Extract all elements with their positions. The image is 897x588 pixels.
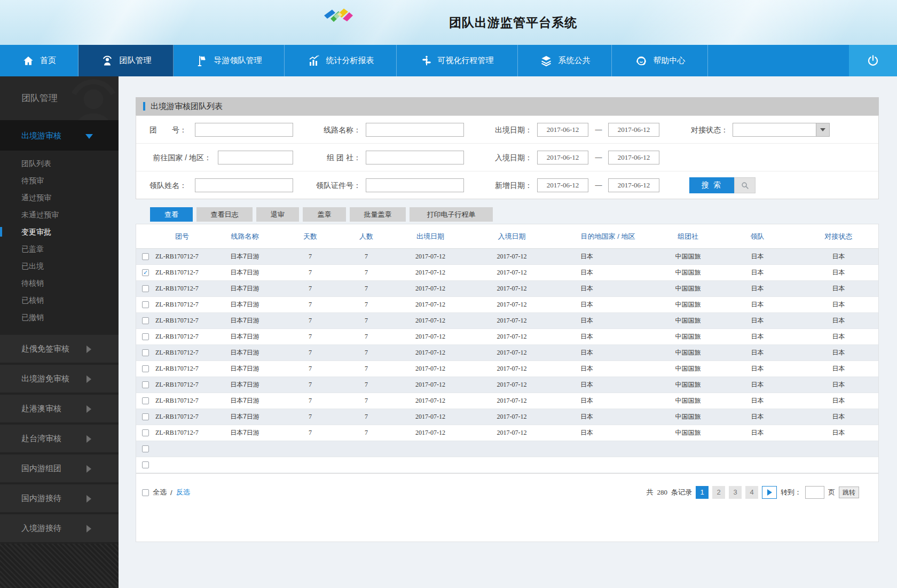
cell: 2017-07-12 xyxy=(393,429,468,437)
action-button[interactable]: 盖章 xyxy=(303,207,346,222)
cell: ZL-RB170712-7 xyxy=(155,253,209,261)
sidebar-groups: 赴俄免签审核出境游免审核赴港澳审核赴台湾审核国内游组团国内游接待入境游接待 xyxy=(0,326,119,542)
entry-date-to-input[interactable] xyxy=(608,151,659,164)
select-all-label[interactable]: 全选 xyxy=(153,488,167,497)
logout-power-button[interactable] xyxy=(849,45,897,76)
row-checkbox[interactable] xyxy=(142,429,149,436)
row-checkbox[interactable] xyxy=(142,461,149,468)
agency-input[interactable] xyxy=(366,151,464,164)
cell: 日本 xyxy=(556,428,660,437)
row-checkbox[interactable] xyxy=(142,365,149,372)
sidebar-item[interactable]: 待预审 xyxy=(0,172,119,189)
invert-selection-link[interactable]: 反选 xyxy=(176,488,190,497)
cell: 日本 xyxy=(556,284,660,293)
nav-tab-label: 团队管理 xyxy=(120,56,152,66)
nav-tab-layers[interactable]: 系统公共 xyxy=(518,45,612,76)
row-checkbox[interactable] xyxy=(142,269,149,276)
row-checkbox[interactable] xyxy=(142,413,149,420)
cell: 中国国旅 xyxy=(660,396,716,405)
next-page-button[interactable] xyxy=(762,486,777,499)
team-no-input[interactable] xyxy=(195,123,293,137)
chevron-right-icon xyxy=(86,525,91,532)
cell: 2017-07-12 xyxy=(468,397,556,405)
row-checkbox[interactable] xyxy=(142,317,149,324)
leader-id-input[interactable] xyxy=(366,178,464,192)
nav-tab-chart[interactable]: 统计分析报表 xyxy=(285,45,397,76)
route-name-input[interactable] xyxy=(366,123,464,137)
action-button[interactable]: 查看 xyxy=(150,207,193,222)
team-no-label: 团 号： xyxy=(131,116,187,144)
sidebar-item[interactable]: 团队列表 xyxy=(0,155,119,172)
row-checkbox[interactable] xyxy=(142,301,149,308)
sidebar-group[interactable]: 国内游组团 xyxy=(0,454,119,482)
sidebar-group[interactable]: 赴港澳审核 xyxy=(0,395,119,422)
jump-button[interactable]: 跳转 xyxy=(839,487,859,498)
entry-date-label: 入境日期： xyxy=(467,144,532,171)
leader-name-input[interactable] xyxy=(195,178,293,192)
depart-date-from-input[interactable] xyxy=(537,123,588,137)
search-icon[interactable] xyxy=(734,177,756,193)
sidebar-item[interactable]: 未通过预审 xyxy=(0,206,119,223)
nav-tab-route[interactable]: 可视化行程管理 xyxy=(397,45,518,76)
row-checkbox[interactable] xyxy=(142,381,149,388)
page-button[interactable]: 1 xyxy=(696,486,709,499)
cell: 日本 xyxy=(799,284,878,293)
goto-page-input[interactable] xyxy=(805,486,824,499)
page-button[interactable]: 3 xyxy=(729,486,742,499)
sidebar-item[interactable]: 待核销 xyxy=(0,275,119,292)
team-table: 团号线路名称天数人数出境日期入境日期目的地国家 / 地区组团社领队对接状态 ZL… xyxy=(136,224,879,542)
sidebar-group[interactable]: 赴台湾审核 xyxy=(0,425,119,452)
added-date-to-input[interactable] xyxy=(608,178,659,192)
row-checkbox[interactable] xyxy=(142,285,149,292)
sidebar-group-outbound-audit[interactable]: 出境游审核 xyxy=(0,120,119,151)
cell: 2017-07-12 xyxy=(468,381,556,389)
nav-tab-flag[interactable]: 导游领队管理 xyxy=(174,45,285,76)
select-dropdown-button[interactable] xyxy=(816,123,829,136)
nav-tab-home[interactable]: 首页 xyxy=(0,45,78,76)
action-button[interactable]: 批量盖章 xyxy=(350,207,406,222)
cell: ZL-RB170712-7 xyxy=(155,381,209,389)
action-button[interactable]: 退审 xyxy=(256,207,299,222)
cell: 日本 xyxy=(716,252,799,261)
page-button[interactable]: 4 xyxy=(745,486,758,499)
sidebar-item[interactable]: 通过预审 xyxy=(0,189,119,206)
sidebar-group-label: 国内游接待 xyxy=(21,484,61,512)
row-checkbox-cell xyxy=(136,253,155,260)
row-checkbox[interactable] xyxy=(142,253,149,260)
cell: 2017-07-12 xyxy=(468,349,556,357)
sidebar-item[interactable]: 已撤销 xyxy=(0,309,119,326)
row-checkbox[interactable] xyxy=(142,445,149,452)
action-button[interactable]: 查看日志 xyxy=(196,207,253,222)
chevron-right-icon xyxy=(86,495,91,503)
table-row: ZL-RB170712-7日本7日游772017-07-122017-07-12… xyxy=(136,393,878,409)
cell: 7 xyxy=(340,285,393,293)
row-checkbox[interactable] xyxy=(142,349,149,356)
sidebar-item[interactable]: 已核销 xyxy=(0,292,119,309)
footer-select-controls: 全选 / 反选 xyxy=(142,486,190,499)
cell: 2017-07-12 xyxy=(393,381,468,389)
search-button[interactable]: 搜 索 xyxy=(689,177,734,193)
action-button[interactable]: 打印电子行程单 xyxy=(410,207,493,222)
chevron-right-icon xyxy=(86,375,91,383)
select-all-checkbox[interactable] xyxy=(142,489,149,496)
added-date-from-input[interactable] xyxy=(537,178,588,192)
row-checkbox[interactable] xyxy=(142,333,149,340)
cell: 2017-07-12 xyxy=(393,397,468,405)
sidebar-item[interactable]: 已盖章 xyxy=(0,240,119,257)
sidebar-item[interactable]: 已出境 xyxy=(0,257,119,275)
nav-tab-team[interactable]: 团队管理 xyxy=(78,45,174,76)
cell: 7 xyxy=(340,365,393,373)
page-button[interactable]: 2 xyxy=(712,486,725,499)
cell: 日本 xyxy=(716,300,799,309)
entry-date-from-input[interactable] xyxy=(537,151,588,164)
sidebar-group[interactable]: 出境游免审核 xyxy=(0,365,119,393)
connect-status-select[interactable] xyxy=(733,123,830,137)
row-checkbox[interactable] xyxy=(142,397,149,404)
sidebar-group[interactable]: 入境游接待 xyxy=(0,514,119,542)
sidebar-group[interactable]: 国内游接待 xyxy=(0,484,119,512)
destination-country-input[interactable] xyxy=(218,151,293,164)
depart-date-to-input[interactable] xyxy=(608,123,659,137)
sidebar-item[interactable]: 变更审批 xyxy=(0,223,119,240)
nav-tab-help[interactable]: 帮助中心 xyxy=(612,45,708,76)
sidebar-group[interactable]: 赴俄免签审核 xyxy=(0,335,119,363)
